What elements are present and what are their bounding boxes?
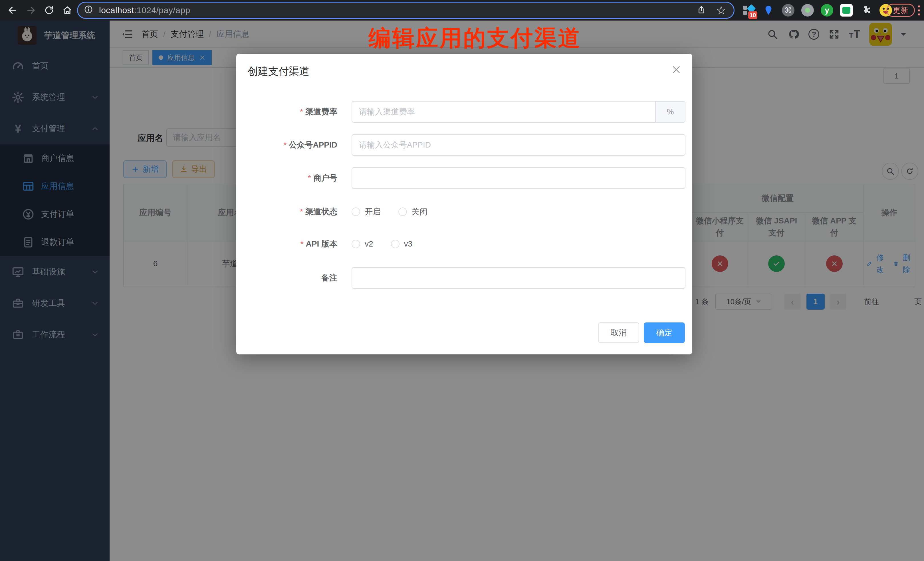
channel-status-radio-group: 开启 关闭 xyxy=(352,201,428,222)
radio-label: v2 xyxy=(365,239,373,249)
field-label-status: *渠道状态 xyxy=(236,201,345,222)
required-mark: * xyxy=(300,207,303,216)
label-text: 公众号APPID xyxy=(289,140,337,149)
radio-label: 开启 xyxy=(365,206,381,217)
extension-y-icon[interactable]: y xyxy=(821,4,833,16)
annotation-text: 编辑应用的支付渠道 xyxy=(367,23,584,53)
rate-input-group: % xyxy=(352,101,686,123)
extensions-puzzle-icon[interactable] xyxy=(860,4,873,17)
label-text: 渠道费率 xyxy=(305,107,337,116)
extension-command-icon[interactable]: ⌘ xyxy=(782,4,795,16)
kanban-bars xyxy=(743,6,747,15)
browser-forward-icon[interactable] xyxy=(23,2,39,18)
browser-menu-icon[interactable] xyxy=(915,4,922,16)
dialog-title: 创建支付渠道 xyxy=(248,64,309,78)
radio-api-v2[interactable]: v2 xyxy=(352,239,373,249)
url-text: localhost:1024/pay/app xyxy=(99,5,190,15)
url-host: localhost xyxy=(99,5,134,15)
percent-suffix: % xyxy=(655,102,685,122)
radio-icon xyxy=(352,240,360,248)
required-mark: * xyxy=(308,174,311,182)
field-label-appid: *公众号APPID xyxy=(236,134,345,156)
confirm-button[interactable]: 确定 xyxy=(644,322,685,343)
extension-balloon-icon[interactable] xyxy=(762,4,775,17)
browser-reload-icon[interactable] xyxy=(41,2,57,18)
close-icon[interactable] xyxy=(671,64,682,76)
label-text: 渠道状态 xyxy=(305,207,337,216)
required-mark: * xyxy=(300,239,304,248)
radio-icon xyxy=(391,240,399,248)
cancel-button[interactable]: 取消 xyxy=(598,322,639,343)
extension-badge: 10 xyxy=(748,11,758,19)
create-pay-channel-dialog: 创建支付渠道 *渠道费率 % *公众号APPID *商户号 *渠道状态 开启 xyxy=(236,54,692,354)
bookmark-star-icon[interactable]: ☆ xyxy=(716,4,726,16)
extension-kanban-icon[interactable]: 10 xyxy=(742,4,755,17)
merchant-no-input[interactable] xyxy=(352,167,686,189)
radio-label: 关闭 xyxy=(411,206,428,217)
api-version-radio-group: v2 v3 xyxy=(352,234,412,254)
extension-chat-icon[interactable] xyxy=(840,4,853,16)
radio-status-closed[interactable]: 关闭 xyxy=(398,206,428,217)
url-path: :1024/pay/app xyxy=(134,5,190,15)
address-bar[interactable]: localhost:1024/pay/app ☆ xyxy=(77,2,735,19)
remark-input[interactable] xyxy=(352,267,686,289)
label-text: API 版本 xyxy=(306,239,337,248)
label-text: 商户号 xyxy=(314,174,337,182)
share-icon[interactable] xyxy=(697,5,706,16)
radio-api-v3[interactable]: v3 xyxy=(391,239,412,249)
required-mark: * xyxy=(300,107,303,116)
field-label-api-version: *API 版本 xyxy=(236,234,345,254)
radio-icon xyxy=(398,207,407,216)
radio-icon xyxy=(352,207,360,216)
required-mark: * xyxy=(284,140,287,149)
screen: localhost:1024/pay/app ☆ 10 ⌘ y 更新 xyxy=(0,0,924,561)
field-label-remark: 备注 xyxy=(236,267,345,289)
label-text: 备注 xyxy=(321,273,337,282)
radio-status-open[interactable]: 开启 xyxy=(352,206,381,217)
field-label-merchant: *商户号 xyxy=(236,167,345,189)
radio-label: v3 xyxy=(404,239,412,249)
appid-input[interactable] xyxy=(352,134,686,156)
field-label-rate: *渠道费率 xyxy=(236,101,345,123)
extension-recorder-icon[interactable] xyxy=(801,4,814,16)
browser-home-icon[interactable] xyxy=(59,2,75,18)
rate-input[interactable] xyxy=(352,102,655,122)
site-info-icon[interactable] xyxy=(84,4,95,16)
browser-back-icon[interactable] xyxy=(4,2,21,18)
browser-toolbar: localhost:1024/pay/app ☆ 10 ⌘ y 更新 xyxy=(0,0,924,21)
browser-update-button[interactable]: 更新 xyxy=(886,4,915,17)
extensions-row: 10 ⌘ y xyxy=(742,0,892,21)
